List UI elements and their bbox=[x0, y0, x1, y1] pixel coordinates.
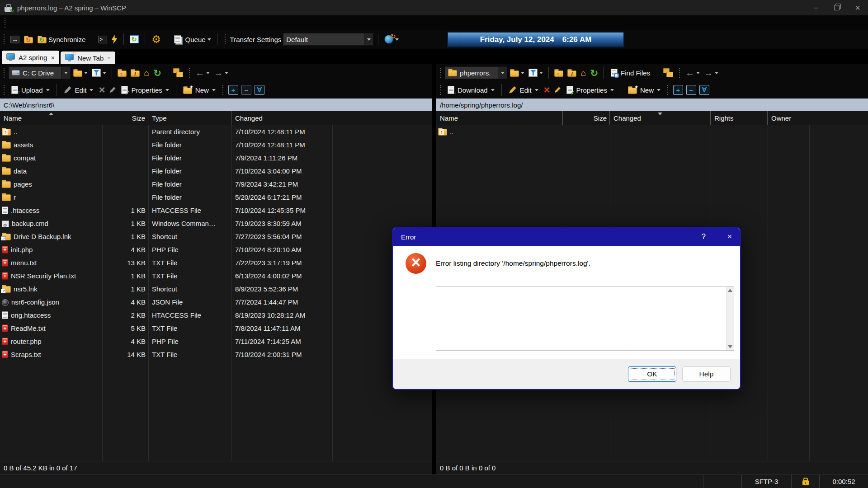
column-header-size[interactable]: Size bbox=[563, 111, 610, 125]
refresh-directory-button[interactable] bbox=[152, 67, 163, 79]
file-row[interactable]: assets File folder 7/10/2024 12:48:11 PM bbox=[0, 138, 432, 151]
protocol-status[interactable]: SFTP-3 bbox=[741, 475, 791, 488]
menu-item[interactable] bbox=[28, 15, 38, 30]
new-button[interactable]: New bbox=[180, 86, 218, 94]
synchronize-remote-icon[interactable] bbox=[23, 34, 34, 44]
column-header-size[interactable]: Size bbox=[102, 111, 148, 125]
dialog-help-icon[interactable]: ? bbox=[702, 232, 706, 241]
scroll-up-icon[interactable] bbox=[728, 289, 732, 292]
column-header-rights[interactable]: Rights bbox=[711, 111, 768, 125]
select-add-button[interactable] bbox=[228, 85, 238, 95]
file-row[interactable]: menu.txt 13 KB TXT File 7/22/2023 3:17:1… bbox=[0, 256, 432, 269]
file-row[interactable]: Scraps.txt 14 KB TXT File 7/10/2024 2:00… bbox=[0, 348, 432, 361]
download-button[interactable]: Download bbox=[445, 86, 497, 94]
menu-item[interactable] bbox=[18, 15, 28, 30]
delete-button[interactable] bbox=[542, 84, 552, 96]
back-button[interactable] bbox=[684, 67, 701, 78]
parent-directory-button[interactable] bbox=[116, 68, 128, 78]
column-header-changed[interactable]: Changed bbox=[610, 111, 711, 125]
console-button[interactable] bbox=[97, 35, 108, 44]
synchronize-button[interactable]: Synchronize bbox=[36, 34, 87, 44]
new-button[interactable]: New bbox=[625, 86, 663, 94]
file-row[interactable]: data File folder 7/10/2024 3:04:00 PM bbox=[0, 164, 432, 178]
open-directory-button[interactable] bbox=[509, 68, 526, 78]
rename-button[interactable] bbox=[108, 86, 117, 94]
refresh-directory-button[interactable] bbox=[589, 67, 599, 79]
file-row[interactable]: init.php 4 KB PHP File 7/10/2024 8:20:10… bbox=[0, 243, 432, 256]
open-directory-button[interactable] bbox=[72, 68, 89, 78]
properties-button[interactable]: Properties bbox=[564, 86, 617, 94]
select-add-button[interactable] bbox=[673, 85, 683, 95]
file-row[interactable]: r File folder 5/20/2024 6:17:21 PM bbox=[0, 191, 432, 204]
file-row[interactable]: ReadMe.txt 5 KB TXT File 7/8/2024 11:47:… bbox=[0, 322, 432, 335]
toolbar-grip[interactable] bbox=[439, 68, 442, 78]
home-directory-button[interactable] bbox=[142, 67, 151, 78]
local-path-bar[interactable]: C:\Web\nsr\nsr6\ bbox=[0, 99, 432, 111]
toolbar-grip[interactable] bbox=[3, 68, 5, 78]
forward-button[interactable] bbox=[703, 67, 720, 78]
file-row[interactable]: nsr5.lnk 1 KB Shortcut 8/9/2023 5:52:36 … bbox=[0, 282, 432, 296]
file-row[interactable]: backup.cmd 1 KB Windows Comman… 7/19/202… bbox=[0, 217, 432, 230]
back-button[interactable] bbox=[194, 67, 211, 78]
edit-button[interactable]: Edit bbox=[61, 86, 96, 94]
queue-button[interactable]: Queue bbox=[173, 34, 212, 44]
file-row[interactable]: router.php 4 KB PHP File 7/11/2024 7:14:… bbox=[0, 335, 432, 348]
file-row[interactable]: .. Parent directory 7/10/2024 12:48:11 P… bbox=[0, 125, 432, 138]
root-directory-button[interactable] bbox=[129, 68, 141, 78]
secure-connection-cell[interactable] bbox=[791, 475, 819, 488]
file-row[interactable]: .htaccess 1 KB HTACCESS File 7/10/2024 1… bbox=[0, 204, 432, 217]
toolbar-grip[interactable] bbox=[666, 85, 669, 95]
toolbar-grip[interactable] bbox=[224, 34, 226, 44]
rename-button[interactable] bbox=[553, 86, 562, 94]
commands-button[interactable] bbox=[110, 34, 119, 45]
file-row[interactable]: compat File folder 7/9/2024 1:11:26 PM bbox=[0, 151, 432, 164]
home-directory-button[interactable] bbox=[579, 67, 587, 78]
menu-item[interactable] bbox=[48, 15, 58, 30]
select-all-button[interactable] bbox=[255, 85, 264, 95]
details-scrollbar[interactable] bbox=[726, 287, 734, 350]
column-header-changed[interactable]: Changed bbox=[231, 111, 332, 125]
filter-button[interactable] bbox=[527, 68, 544, 78]
toolbar-grip[interactable] bbox=[439, 85, 442, 95]
scroll-down-icon[interactable] bbox=[728, 345, 732, 348]
delete-button[interactable] bbox=[97, 84, 106, 96]
tab-close-icon[interactable] bbox=[51, 54, 55, 61]
column-header-name[interactable]: Name bbox=[0, 111, 102, 125]
select-remove-button[interactable] bbox=[686, 85, 696, 95]
parent-directory-button[interactable] bbox=[553, 68, 565, 78]
find-files-button[interactable]: Find Files bbox=[608, 69, 653, 77]
root-directory-button[interactable] bbox=[566, 68, 578, 78]
file-row[interactable]: pages File folder 7/9/2024 3:42:21 PM bbox=[0, 178, 432, 191]
error-details-box[interactable] bbox=[436, 286, 734, 351]
select-remove-button[interactable] bbox=[241, 85, 251, 95]
synchronize-browsing-button[interactable] bbox=[661, 67, 675, 78]
file-row[interactable]: Drive D Backup.lnk 1 KB Shortcut 7/27/20… bbox=[0, 230, 432, 243]
menu-item[interactable] bbox=[78, 15, 88, 30]
synchronize-browsing-button[interactable] bbox=[171, 67, 185, 78]
menu-item[interactable] bbox=[8, 15, 18, 30]
fit-window-button[interactable] bbox=[9, 35, 21, 44]
minimize-icon[interactable] bbox=[806, 0, 826, 15]
tab-a2-spring[interactable]: A2 spring bbox=[2, 51, 59, 64]
transfer-settings-select[interactable]: Default bbox=[283, 33, 373, 46]
file-row[interactable]: NSR Security Plan.txt 1 KB TXT File 6/13… bbox=[0, 269, 432, 282]
tab-new-tab[interactable]: New Tab bbox=[61, 52, 115, 64]
upload-button[interactable]: Upload bbox=[9, 86, 52, 94]
menu-item[interactable] bbox=[38, 15, 48, 30]
help-button[interactable]: Help bbox=[682, 366, 731, 382]
menu-item[interactable] bbox=[68, 15, 78, 30]
remote-path-bar[interactable]: /home/spring/phperrors.log/ bbox=[436, 99, 868, 111]
file-row[interactable]: orig.htaccess 2 KB HTACCESS File 8/19/20… bbox=[0, 309, 432, 322]
file-row[interactable]: .. bbox=[436, 125, 868, 138]
toolbar-grip[interactable] bbox=[222, 85, 224, 95]
toolbar-grip[interactable] bbox=[678, 68, 681, 78]
menu-item[interactable] bbox=[58, 15, 68, 30]
forward-button[interactable] bbox=[212, 67, 230, 78]
ok-button[interactable]: OK bbox=[628, 366, 676, 382]
column-header-type[interactable]: Type bbox=[148, 111, 231, 125]
preferences-button[interactable] bbox=[150, 33, 163, 46]
select-all-button[interactable] bbox=[699, 85, 709, 95]
remote-directory-select[interactable]: phperrors. bbox=[445, 66, 507, 79]
column-header-owner[interactable]: Owner bbox=[768, 111, 809, 125]
dialog-close-icon[interactable]: × bbox=[727, 232, 732, 241]
